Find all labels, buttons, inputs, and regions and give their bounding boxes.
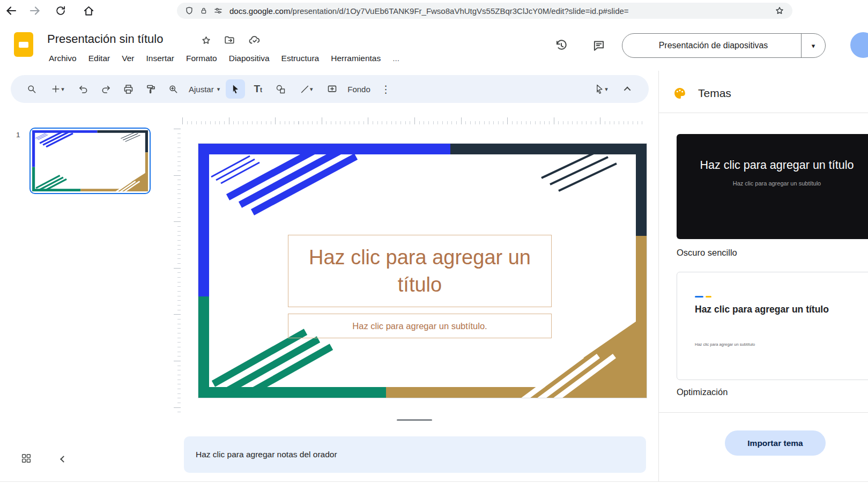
menu-herramientas[interactable]: Herramientas	[325, 50, 387, 66]
more-options-icon[interactable]: ⋮	[376, 79, 396, 99]
panel-footer-divider	[659, 412, 868, 413]
zoom-fit-select[interactable]: Ajustar ▾	[184, 85, 224, 94]
present-options-caret[interactable]: ▾	[802, 42, 825, 50]
grid-view-icon[interactable]	[19, 451, 33, 465]
undo-icon[interactable]	[73, 79, 93, 99]
menu-formato[interactable]: Formato	[180, 50, 223, 66]
chevron-left-icon	[60, 456, 67, 463]
present-button[interactable]: Presentación de diapositivas ▾	[622, 33, 826, 58]
slide-thumbnail[interactable]	[29, 128, 151, 194]
menu-insertar[interactable]: Insertar	[140, 50, 180, 66]
menu-ver[interactable]: Ver	[116, 50, 140, 66]
themes-panel-title: Temas	[698, 87, 731, 100]
browser-forward-icon[interactable]	[28, 4, 42, 18]
autofill-settings-icon[interactable]	[213, 6, 223, 16]
lock-icon[interactable]	[199, 6, 208, 15]
plus-icon	[50, 84, 61, 94]
comments-icon[interactable]	[591, 38, 607, 54]
browser-refresh-icon[interactable]	[54, 4, 68, 18]
bookmark-star-icon[interactable]	[774, 5, 785, 16]
theme2-preview-subtitle: Haz clic para agregar un subtítulo	[695, 342, 755, 347]
horizontal-ruler	[182, 117, 647, 124]
collapse-toolbar-button[interactable]	[618, 79, 637, 99]
address-bar[interactable]: docs.google.com/presentation/d/1Oy7VuEb6…	[177, 3, 792, 19]
new-slide-button[interactable]: ▾	[44, 79, 70, 99]
cloud-saved-icon[interactable]	[248, 34, 262, 47]
notes-resize-handle[interactable]	[397, 419, 432, 421]
palette-icon	[672, 86, 687, 101]
chevron-up-icon	[624, 86, 630, 93]
pointer-tools-button[interactable]: ▾	[587, 79, 615, 99]
pointer-tools-caret-icon[interactable]: ▾	[605, 86, 608, 93]
slides-logo-inner	[19, 42, 28, 48]
add-comment-icon	[327, 84, 338, 95]
title-placeholder-text: Haz clic para agregar un título	[305, 244, 535, 298]
panel-header-divider	[659, 113, 868, 113]
background-button[interactable]: Fondo	[343, 85, 375, 94]
vertical-ruler	[174, 129, 181, 414]
text-tool-icon: Tt	[254, 83, 262, 95]
laser-pointer-icon	[594, 84, 605, 94]
speaker-notes-input[interactable]: Haz clic para agregar notas del orador	[184, 436, 646, 473]
theme2-name: Optimización	[677, 387, 728, 397]
subtitle-placeholder-text: Haz clic para agregar un subtítulo.	[352, 321, 487, 331]
import-theme-button[interactable]: Importar tema	[725, 430, 826, 456]
browser-toolbar: docs.google.com/presentation/d/1Oy7VuEb6…	[0, 0, 868, 21]
title-placeholder-box[interactable]: Haz clic para agregar un título	[288, 235, 552, 307]
line-tool[interactable]: ▾	[293, 79, 319, 99]
add-comment-button[interactable]	[322, 79, 342, 99]
theme-option-oscuro-sencillo[interactable]: Haz clic para agregar un título Haz clic…	[677, 134, 868, 239]
shapes-tool[interactable]	[271, 79, 290, 99]
menu-diapositiva[interactable]: Diapositiva	[223, 50, 276, 66]
print-icon[interactable]	[118, 79, 138, 99]
theme2-accent-dashes	[695, 296, 711, 298]
paint-format-icon[interactable]	[141, 79, 160, 99]
slide-canvas[interactable]: Haz clic para agregar un título Haz clic…	[198, 144, 647, 398]
menu-estructura[interactable]: Estructura	[276, 50, 325, 66]
line-tool-caret-icon[interactable]: ▾	[310, 86, 313, 93]
main-toolbar: ▾ Ajustar ▾ Tt ▾	[11, 75, 649, 103]
url-text: docs.google.com/presentation/d/1Oy7VuEb6…	[229, 6, 629, 16]
theme2-preview-title: Haz clic para agregar un título	[695, 303, 829, 316]
theme-option-optimizacion[interactable]: Haz clic para agregar un título Haz clic…	[677, 272, 868, 380]
theme1-preview-subtitle: Haz clic para agregar un subtítulo	[677, 180, 868, 187]
document-title[interactable]: Presentación sin título	[47, 32, 163, 46]
present-button-label: Presentación de diapositivas	[622, 41, 801, 50]
user-avatar[interactable]	[850, 32, 868, 58]
menu-archivo[interactable]: Archivo	[43, 50, 83, 66]
slide-number: 1	[16, 131, 20, 139]
redo-icon[interactable]	[96, 79, 115, 99]
browser-home-icon[interactable]	[81, 4, 95, 18]
textbox-tool[interactable]: Tt	[248, 79, 268, 99]
subtitle-placeholder-box[interactable]: Haz clic para agregar un subtítulo.	[288, 314, 552, 338]
star-document-icon[interactable]	[199, 34, 212, 47]
menu-overflow[interactable]: ...	[387, 50, 405, 66]
select-tool[interactable]	[226, 79, 245, 99]
background-label: Fondo	[347, 85, 370, 94]
panel-divider	[658, 71, 659, 482]
shapes-icon	[275, 84, 286, 95]
new-slide-caret-icon[interactable]: ▾	[61, 86, 64, 93]
theme1-name: Oscuro sencillo	[677, 248, 737, 258]
browser-back-icon[interactable]	[4, 4, 18, 18]
version-history-icon[interactable]	[553, 38, 569, 54]
slide-thumbnail-art	[32, 130, 148, 191]
zoom-fit-caret-icon: ▾	[217, 86, 220, 93]
search-menus-icon[interactable]	[22, 79, 41, 99]
cursor-arrow-icon	[230, 84, 241, 94]
slides-logo[interactable]	[14, 32, 33, 57]
import-theme-label: Importar tema	[747, 438, 803, 448]
theme1-preview-title: Haz clic para agregar un título	[688, 158, 865, 173]
speaker-notes-placeholder: Haz clic para agregar notas del orador	[196, 450, 337, 459]
line-icon	[300, 84, 310, 94]
move-folder-icon[interactable]	[223, 34, 236, 47]
menu-editar[interactable]: Editar	[83, 50, 116, 66]
window-bottom-edge	[0, 481, 868, 482]
site-info-shield-icon[interactable]	[184, 6, 194, 16]
menu-bar: Archivo Editar Ver Insertar Formato Diap…	[43, 50, 405, 66]
collapse-filmstrip-button[interactable]	[57, 452, 70, 465]
zoom-in-icon[interactable]	[164, 79, 183, 99]
zoom-fit-label: Ajustar	[189, 85, 214, 94]
